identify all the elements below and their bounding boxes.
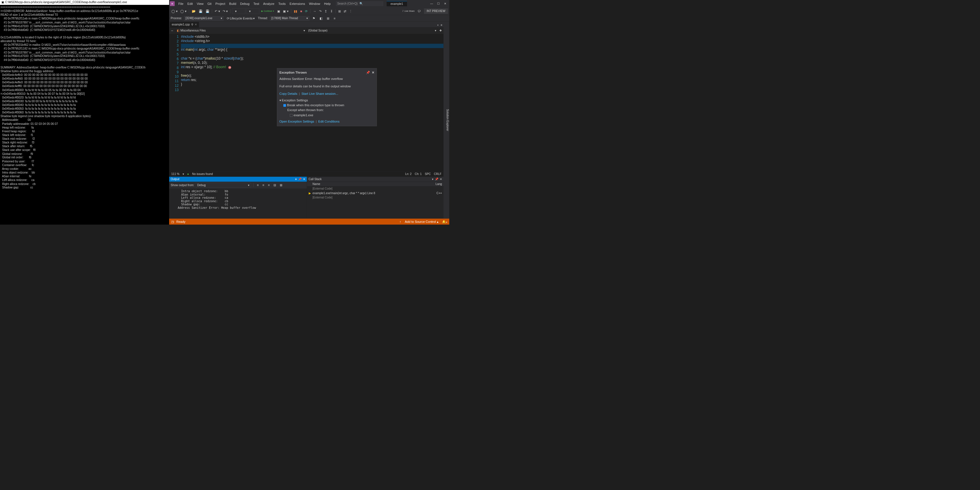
tool-icon-2[interactable]: ▣ ▾ <box>282 9 290 14</box>
output-dd-icon[interactable]: ▾ <box>295 178 297 181</box>
save-icon[interactable]: 💾 <box>197 9 204 14</box>
side-tab[interactable]: Solution Explorer <box>446 23 449 217</box>
output-tool-1[interactable]: ≡ <box>256 182 260 187</box>
menu-project[interactable]: Project <box>213 1 227 6</box>
step-out-icon[interactable]: ↥ <box>324 9 328 14</box>
menu-test[interactable]: Test <box>252 1 261 6</box>
minimize-button[interactable]: — <box>428 1 435 6</box>
callstack-row[interactable]: ▶example1.exe!main(int argc, char * * ar… <box>307 191 444 196</box>
pin-popup-icon[interactable]: 📌 <box>366 71 370 74</box>
solution-name: example1 <box>387 1 407 6</box>
menu-git[interactable]: Git <box>205 1 213 6</box>
callstack-row[interactable]: [External Code] <box>307 186 444 191</box>
pause-icon[interactable]: ▮▮ <box>293 9 298 14</box>
callstack-row[interactable]: [External Code] <box>307 195 444 200</box>
step-over-icon[interactable]: ↷ <box>318 9 323 14</box>
editor-status: 111 %▾ ● No issues found Ln: 2 Ch: 1 SPC… <box>169 171 444 176</box>
notification-icon[interactable]: 🔔₂ <box>442 220 447 224</box>
tool-icon-1[interactable]: ▣ <box>276 9 281 14</box>
live-share-button[interactable]: ⤴ Live Share <box>401 10 416 13</box>
tab-example1[interactable]: example1.cpp ⚲ ✕ <box>170 22 199 27</box>
zoom-level[interactable]: 111 % <box>171 173 180 176</box>
step-into-icon[interactable]: → <box>312 9 317 14</box>
thread-dropdown[interactable]: [17808] Main Thread▾ <box>270 16 310 21</box>
exception-popup: Exception Thrown 📌 ✕ Address Sanitizer E… <box>277 68 377 126</box>
output-from-dropdown[interactable]: Debug▾ <box>196 183 251 187</box>
flag-icon[interactable]: ⚑ <box>312 16 317 21</box>
collapse-icon[interactable]: ▾ <box>280 98 281 103</box>
add-source-control[interactable]: Add to Source Control ▴ <box>405 220 438 224</box>
close-tab-icon[interactable]: ✕ <box>195 23 197 26</box>
menu-view[interactable]: View <box>195 1 205 6</box>
lifecycle-icon[interactable]: ⟳ Lifecycle Events ▾ <box>226 16 256 21</box>
redo-icon[interactable]: ↷ ▾ <box>221 9 229 14</box>
output-tool-5[interactable]: ⊞ <box>278 182 283 187</box>
menu-debug[interactable]: Debug <box>238 1 251 6</box>
feedback-icon[interactable]: 🗩 <box>417 9 422 14</box>
cs-pin-icon[interactable]: 📌 <box>435 178 438 181</box>
process-dropdown[interactable]: [3248] example1.exe▾ <box>184 16 224 21</box>
save-all-icon[interactable]: 💾 <box>204 9 210 14</box>
open-icon[interactable]: 📂 <box>191 9 197 14</box>
output-pin-icon[interactable]: 📌 <box>298 178 302 181</box>
bottom-panels: Output ▾📌✕ Show output from: Debug▾ ≡ ≡ … <box>169 177 444 219</box>
output-sub: Show output from: Debug▾ ≡ ≡ ≡ ⊟ ⊞ <box>169 182 307 189</box>
main-toolbar: ◯ ▾ ◯ ▾ 📂 💾 💾 ↶ ▾ ↷ ▾ ▾ ▾ ▶ Continue ▾ ▣… <box>169 7 449 15</box>
step-icon[interactable]: ↧ <box>329 9 334 14</box>
copy-details-link[interactable]: Copy Details <box>280 92 297 95</box>
menu-help[interactable]: Help <box>322 1 332 6</box>
nav-project-dropdown[interactable]: ◧ Miscellaneous Files▾ <box>175 29 307 33</box>
tool-icon-8[interactable]: ≡ <box>332 16 337 21</box>
menu-edit[interactable]: Edit <box>185 1 195 6</box>
space-indicator: SPC <box>425 173 431 176</box>
output-header[interactable]: Output ▾📌✕ <box>169 177 307 182</box>
maximize-button[interactable]: ☐ <box>435 1 442 6</box>
menu-file[interactable]: File <box>177 1 185 6</box>
code-area[interactable]: #include <stdlib.h>#include <string.h>in… <box>181 34 444 171</box>
tool-icon-5[interactable]: ⋮ <box>348 9 353 14</box>
cs-dd-icon[interactable]: ▾ <box>432 178 433 181</box>
pin-icon[interactable]: ⚲ <box>191 23 193 26</box>
menu-extensions[interactable]: Extensions <box>288 1 307 6</box>
tool-icon-7[interactable]: ⊞ <box>326 16 331 21</box>
search-box[interactable]: Search (Ctrl+Q) 🔍 <box>336 1 383 6</box>
close-button[interactable]: ✕ <box>442 1 449 6</box>
nav-scope-dropdown[interactable]: (Global Scope)▾ <box>307 29 438 33</box>
menu-analyze[interactable]: Analyze <box>261 1 276 6</box>
menu-build[interactable]: Build <box>227 1 238 6</box>
output-close-icon[interactable]: ✕ <box>303 178 305 181</box>
menu-tools[interactable]: Tools <box>276 1 288 6</box>
tool-icon-3[interactable]: ⊞ <box>337 9 342 14</box>
config-dropdown[interactable]: ▾ <box>232 8 245 14</box>
restart-icon[interactable]: ⟳ <box>304 9 309 14</box>
edit-conditions-link[interactable]: Edit Conditions <box>318 120 339 123</box>
break-checkbox[interactable] <box>283 104 286 106</box>
open-exception-settings-link[interactable]: Open Exception Settings <box>280 120 314 123</box>
document-tabs: example1.cpp ⚲ ✕ ▾ ⚙ <box>169 22 444 27</box>
close-popup-icon[interactable]: ✕ <box>372 71 374 74</box>
stop-icon[interactable]: ■ <box>299 9 303 14</box>
nav-fwd-icon[interactable]: ◯ ▾ <box>180 9 188 14</box>
callstack-header[interactable]: Call Stack ▾📌✕ <box>307 177 444 182</box>
output-tool-4[interactable]: ⊟ <box>272 182 277 187</box>
continue-button[interactable]: ▶ Continue ▾ <box>260 10 275 13</box>
menu-window[interactable]: Window <box>307 1 322 6</box>
start-live-share-link[interactable]: Start Live Share session... <box>302 92 338 95</box>
output-tool-3[interactable]: ≡ <box>267 182 271 187</box>
exe-checkbox[interactable] <box>290 114 293 117</box>
vs-titlebar: ◈ FileEditViewGitProjectBuildDebugTestAn… <box>169 0 449 7</box>
nav-bar: ↔ ◧ Miscellaneous Files▾ (Global Scope)▾… <box>169 27 444 34</box>
console-output[interactable]: ========================================… <box>0 5 169 225</box>
output-body[interactable]: Intra object redzone: bb ASan internal: … <box>169 189 307 219</box>
nav-back-icon[interactable]: ◯ ▾ <box>170 9 178 14</box>
window-controls: — ☐ ✕ <box>428 1 449 6</box>
output-tool-2[interactable]: ≡ <box>261 182 266 187</box>
code-editor[interactable]: 12345678910111213 #include <stdlib.h>#in… <box>169 34 444 171</box>
callstack-body[interactable]: [External Code]▶example1.exe!main(int ar… <box>307 186 444 219</box>
nav-icon[interactable]: ↔ <box>169 29 175 33</box>
debug-toolbar: Process: [3248] example1.exe▾ ⟳ Lifecycl… <box>169 15 449 22</box>
tool-icon-4[interactable]: ⇄ <box>342 9 347 14</box>
platform-dropdown[interactable]: ▾ <box>246 8 259 14</box>
tool-icon-6[interactable]: ◧ <box>318 16 324 21</box>
undo-icon[interactable]: ↶ ▾ <box>214 9 221 14</box>
